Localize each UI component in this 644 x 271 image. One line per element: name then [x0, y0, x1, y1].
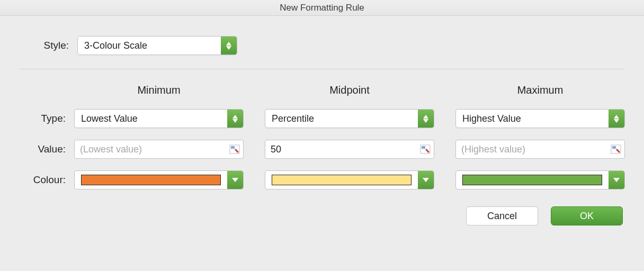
col-header-maximum: Maximum — [455, 84, 625, 96]
section-divider — [19, 69, 625, 69]
colour-picker-maximum[interactable] — [455, 170, 625, 189]
ok-button-label: OK — [580, 211, 594, 222]
window-title: New Formatting Rule — [280, 3, 364, 13]
svg-marker-0 — [226, 42, 231, 46]
cell-reference-icon[interactable] — [228, 143, 241, 155]
value-input-minimum-placeholder: (Lowest value) — [80, 144, 228, 155]
dropdown-icon — [418, 171, 434, 189]
dropdown-icon — [609, 171, 624, 189]
value-input-midpoint[interactable]: 50 — [265, 140, 434, 159]
ok-button[interactable]: OK — [551, 206, 623, 225]
value-input-minimum[interactable]: (Lowest value) — [74, 140, 244, 159]
colour-swatch-minimum — [81, 175, 221, 185]
svg-marker-2 — [232, 115, 238, 119]
colour-swatch-maximum — [462, 175, 602, 185]
updown-icon — [221, 37, 237, 55]
type-label: Type: — [19, 113, 74, 124]
svg-marker-5 — [423, 119, 428, 123]
cell-reference-icon[interactable] — [419, 143, 432, 155]
colour-swatch-midpoint — [272, 175, 412, 185]
cancel-button[interactable]: Cancel — [466, 206, 538, 225]
type-select-minimum-value: Lowest Value — [75, 110, 227, 128]
svg-marker-6 — [614, 115, 619, 119]
value-input-midpoint-value: 50 — [271, 144, 419, 155]
value-label: Value: — [19, 143, 74, 155]
style-select-value: 3-Colour Scale — [78, 37, 221, 55]
type-select-maximum[interactable]: Highest Value — [455, 109, 625, 128]
cell-reference-icon[interactable] — [610, 143, 622, 155]
value-input-maximum[interactable]: (Highest value) — [455, 140, 625, 159]
svg-rect-15 — [612, 146, 616, 149]
type-select-maximum-value: Highest Value — [456, 110, 609, 128]
updown-icon — [418, 110, 434, 128]
svg-marker-4 — [423, 115, 428, 119]
cancel-button-label: Cancel — [487, 211, 517, 222]
type-select-midpoint-value: Percentile — [265, 110, 418, 128]
window-titlebar: New Formatting Rule — [0, 0, 644, 16]
dropdown-icon — [227, 171, 243, 189]
svg-marker-7 — [614, 119, 619, 123]
svg-marker-1 — [226, 46, 231, 50]
value-input-maximum-placeholder: (Highest value) — [461, 144, 610, 155]
svg-marker-18 — [423, 178, 429, 182]
col-header-minimum: Minimum — [74, 84, 244, 96]
type-select-midpoint[interactable]: Percentile — [265, 109, 434, 128]
col-header-midpoint: Midpoint — [265, 84, 434, 96]
colour-picker-minimum[interactable] — [74, 170, 244, 189]
style-select[interactable]: 3-Colour Scale — [77, 36, 237, 55]
updown-icon — [609, 110, 624, 128]
colour-picker-midpoint[interactable] — [265, 170, 434, 189]
svg-marker-3 — [232, 119, 238, 123]
svg-marker-17 — [232, 178, 238, 182]
colour-label: Colour: — [19, 174, 74, 186]
svg-marker-19 — [613, 178, 620, 182]
svg-rect-12 — [422, 146, 425, 149]
svg-rect-9 — [231, 146, 235, 149]
style-label: Style: — [19, 40, 77, 51]
updown-icon — [227, 110, 243, 128]
type-select-minimum[interactable]: Lowest Value — [74, 109, 244, 128]
